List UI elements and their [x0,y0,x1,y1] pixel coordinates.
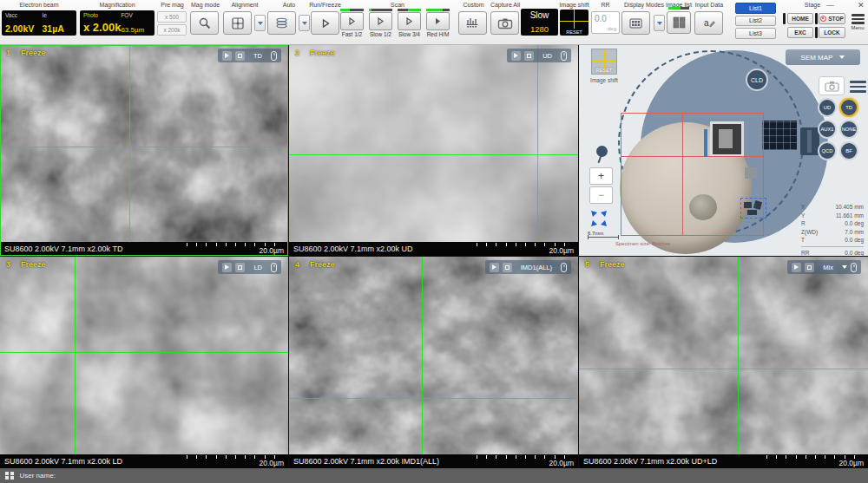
scan-red-button[interactable] [426,12,450,30]
panel-detector-label[interactable]: UD [537,52,557,60]
detector-ud-button[interactable]: UD [818,98,837,117]
coord-axis: R [801,219,806,228]
rr-input[interactable]: 0.0 deg [591,11,620,34]
panel-detector-label[interactable]: LD [248,264,267,271]
alignment-button[interactable] [223,11,252,35]
pre-mag-x500-button[interactable]: x 500 [157,11,187,23]
panel-play-button[interactable] [490,263,499,272]
panel-capture-button[interactable] [524,51,534,61]
scan-fast-button[interactable] [340,12,364,30]
mag-mode-button[interactable] [190,11,219,35]
map-menu-button[interactable] [850,81,866,93]
list3-button[interactable]: List3 [735,28,776,39]
electron-beam-display[interactable]: Vacc Ie 2.00kV 31µA [2,10,76,36]
mouse-icon[interactable] [561,51,567,61]
panel-detector-label[interactable]: IMD1(ALL) [516,264,557,271]
scan-slow34-button[interactable] [398,12,421,30]
scan-progress-bar [426,9,450,11]
panel-capture-button[interactable] [805,263,814,272]
stage-stop-button[interactable]: STOP [819,13,845,24]
crosshair-vertical [537,45,538,242]
minimize-button[interactable]: — [826,1,834,10]
map-zoom-in-button[interactable]: + [589,167,613,185]
play-icon [514,53,518,58]
scale-bar: 20.0µm [477,243,574,255]
input-data-button[interactable]: a [694,11,723,35]
mag-value: x 2.00k [83,21,121,34]
panel-capture-button[interactable] [235,263,245,272]
mouse-icon[interactable] [851,263,857,272]
panel-capture-button[interactable] [503,263,512,272]
capture-all-group: Capture All [490,0,520,45]
detector-td-button[interactable]: TD [839,98,858,117]
panel-play-button[interactable] [222,263,232,272]
map-fit-view-button[interactable] [589,209,608,228]
image-list-button[interactable] [667,11,691,34]
list2-button[interactable]: List2 [735,16,776,27]
image-shift-pad[interactable]: RESET [560,10,589,36]
sem-map-panel[interactable]: CLD SEM MAP UD TD AUX1 NONE QCD BF X10.4… [579,45,868,256]
menu-button[interactable] [849,14,866,24]
map-beam-marker [704,129,707,157]
auto-dropdown-button[interactable] [299,15,310,31]
detector-none-button[interactable]: NONE [839,120,858,139]
sem-image-panel-3[interactable]: 3Freeze LD SU8600 2.00kV 7.1mm x2.00k LD… [0,257,288,468]
panel-play-button[interactable] [792,263,801,272]
panel-number: 2 [295,49,299,57]
alignment-dropdown-button[interactable] [254,15,266,31]
panel-number: 4 [295,260,299,269]
sem-image-panel-5[interactable]: 5Freeze Mix SU8600 2.00kV 7.1mm x2.00k U… [579,257,868,468]
coord-value: 11.661 mm [836,212,864,220]
mouse-icon[interactable] [271,51,277,61]
pre-mag-x200k-button[interactable]: x 200k [157,24,187,36]
pin-icon[interactable] [596,146,608,157]
fov-value: 63.5µm [121,26,151,34]
panel-detector-label[interactable]: TD [248,52,267,60]
panel-play-button[interactable] [222,51,232,61]
stage-lock-button[interactable]: LOCK [819,27,845,38]
panel-capture-button[interactable] [235,51,245,61]
image-panel-grid: 1Freeze TD SU8600 2.00kV 7.1mm x2.00k TD… [0,45,868,468]
coord-value: 0.0 deg [845,219,864,228]
magnification-display[interactable]: Photo FOV x 2.00k 63.5µm [80,10,155,36]
sem-image-panel-1[interactable]: 1Freeze TD SU8600 2.00kV 7.1mm x2.00k TD… [0,45,288,256]
display-modes-dropdown-button[interactable] [654,15,665,31]
detector-aux1-button[interactable]: AUX1 [818,120,837,139]
sem-image-imd1 [289,257,578,468]
coord-axis: Z(WD) [801,228,818,237]
auto-button[interactable] [267,11,296,35]
coord-value: 10.405 mm [835,203,864,212]
capture-all-button[interactable] [490,11,519,35]
scan-slow12-button[interactable] [369,12,392,30]
map-mode-dropdown[interactable]: SEM MAP [786,49,860,65]
panel-detector-label[interactable]: Mix [818,264,838,271]
close-button[interactable]: ✕ [858,1,865,10]
custom-button[interactable] [458,11,487,35]
coord-value: 0.0 deg [845,249,864,257]
mouse-icon[interactable] [271,263,277,272]
chevron-down-icon[interactable] [842,265,847,269]
map-camera-button[interactable] [819,76,845,95]
scan-resolution: 1280 [530,24,549,34]
svg-text:a: a [704,18,709,28]
scale-value: 20.0µm [549,246,574,255]
list-buttons-group: List1 List2 List3 [735,0,777,45]
map-zoom-out-button[interactable]: − [589,186,613,204]
sem-image-panel-4[interactable]: 4Freeze IMD1(ALL) SU8600 2.00kV 7.1mm x2… [289,257,578,468]
panel-play-button[interactable] [511,51,521,61]
mouse-icon[interactable] [561,263,567,272]
panel-toolbar: Mix [787,260,861,274]
panel-status-bar: SU8600 2.00kV 7.1mm x2.00k IMD1(ALL) 20.… [289,454,578,468]
cld-detector-button[interactable]: CLD [746,69,768,91]
detector-bf-button[interactable]: BF [839,141,858,160]
image-shift-reset-button[interactable]: RESET [560,29,589,35]
display-modes-button[interactable] [621,11,650,35]
list1-button[interactable]: List1 [735,3,776,14]
map-image-shift-reset-button[interactable]: RESET [591,49,617,75]
sem-image-panel-2[interactable]: 2Freeze UD SU8600 2.00kV 7.1mm x2.00k UD… [289,45,578,256]
detector-qcd-button[interactable]: QCD [818,141,837,160]
annotate-icon: a [702,16,716,29]
run-freeze-button[interactable] [311,11,339,35]
stage-exc-button[interactable]: EXC [787,27,813,38]
stage-home-button[interactable]: HOME [787,13,813,24]
